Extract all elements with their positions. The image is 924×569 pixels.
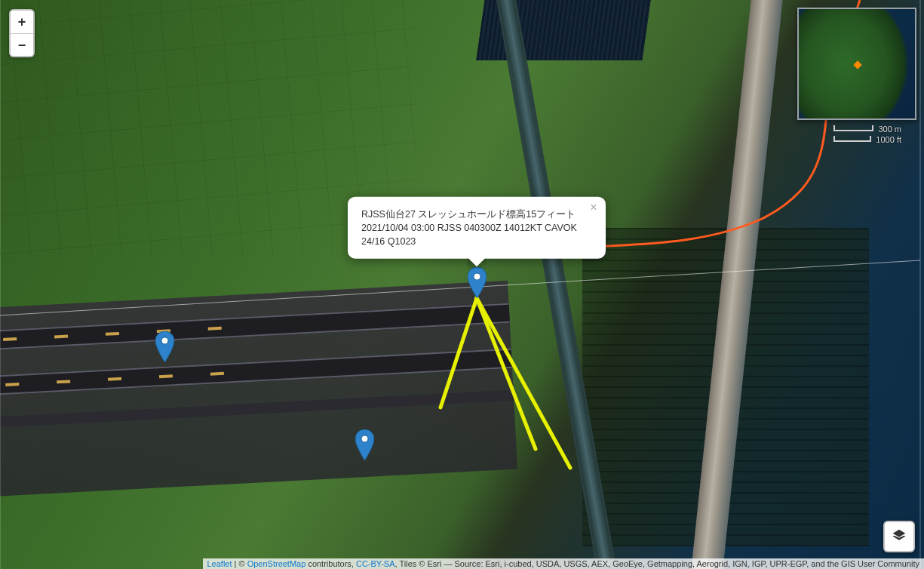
minimap[interactable] (797, 8, 916, 120)
layers-button[interactable] (883, 521, 915, 552)
close-icon[interactable]: × (588, 201, 600, 214)
map-marker-threshold-27[interactable] (468, 267, 487, 298)
zoom-in-button[interactable]: + (11, 11, 33, 33)
popup-line1: RJSS仙台27 スレッシュホールド標高15フィート (361, 208, 589, 221)
svg-point-5 (474, 273, 480, 280)
ccbysa-link[interactable]: CC-BY-SA (356, 559, 395, 568)
zoom-control: + − (9, 9, 35, 57)
popup-line3: 24/16 Q1023 (361, 235, 589, 248)
osm-link[interactable]: OpenStreetMap (247, 559, 306, 568)
map-marker-apron-south[interactable] (355, 429, 374, 460)
svg-point-7 (361, 435, 368, 442)
layers-icon (892, 528, 907, 546)
popup-line2: 2021/10/04 03:00 RJSS 040300Z 14012KT CA… (361, 221, 589, 235)
scale-imperial: 1000 ft (876, 135, 901, 144)
leaflet-link[interactable]: Leaflet (207, 559, 232, 568)
marker-popup: × RJSS仙台27 スレッシュホールド標高15フィート 2021/10/04 … (348, 197, 606, 259)
attribution-bar: Leaflet | © OpenStreetMap contributors, … (203, 558, 925, 569)
satellite-base-map[interactable] (0, 0, 924, 569)
scale-bar: 300 m 1000 ft (833, 125, 901, 146)
svg-point-6 (161, 337, 168, 344)
zoom-out-button[interactable]: − (11, 33, 33, 56)
scale-metric: 300 m (878, 125, 901, 134)
map-marker-runway-intersection[interactable] (155, 331, 174, 362)
